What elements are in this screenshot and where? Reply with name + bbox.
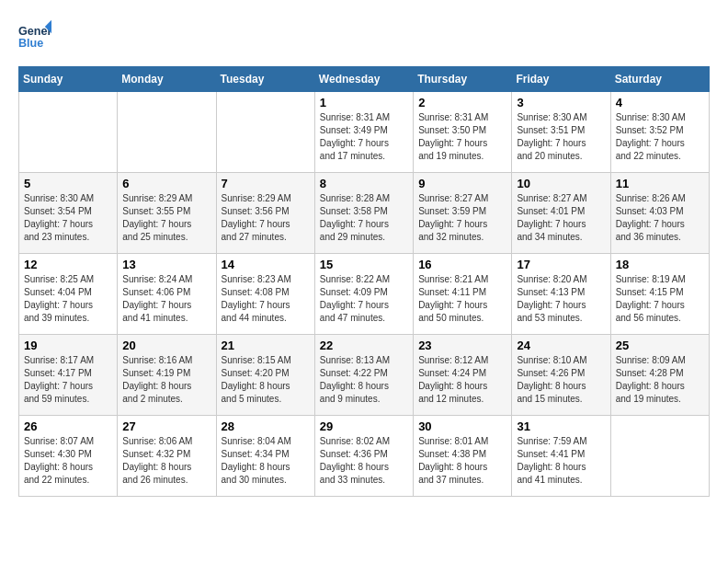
day-number: 5 <box>24 177 112 190</box>
cell-info: and 47 minutes. <box>320 312 408 325</box>
cell-info: and 50 minutes. <box>418 312 506 325</box>
day-number: 23 <box>418 339 506 352</box>
calendar-header-row: SundayMondayTuesdayWednesdayThursdayFrid… <box>19 67 710 92</box>
cell-info: and 41 minutes. <box>122 312 210 325</box>
cell-info: Sunrise: 8:29 AM <box>222 192 310 205</box>
cell-info: and 26 minutes. <box>122 474 210 487</box>
cell-info: Sunset: 4:11 PM <box>418 286 506 299</box>
cell-info: Daylight: 7 hours <box>320 218 408 231</box>
day-number: 21 <box>222 339 310 352</box>
cell-info: Daylight: 7 hours <box>320 299 408 312</box>
cell-info: Daylight: 7 hours <box>222 299 310 312</box>
day-number: 8 <box>320 177 408 190</box>
calendar-cell: 5Sunrise: 8:30 AMSunset: 3:54 PMDaylight… <box>19 173 118 254</box>
calendar-week-5: 26Sunrise: 8:07 AMSunset: 4:30 PMDayligh… <box>19 416 710 497</box>
day-number: 10 <box>517 177 605 190</box>
cell-info: Sunrise: 8:25 AM <box>24 273 112 286</box>
cell-info: Daylight: 7 hours <box>418 299 506 312</box>
cell-info: Sunrise: 8:23 AM <box>222 273 310 286</box>
cell-info: Sunset: 4:17 PM <box>24 367 112 380</box>
calendar-cell: 6Sunrise: 8:29 AMSunset: 3:55 PMDaylight… <box>118 173 216 254</box>
cell-info: and 33 minutes. <box>320 474 408 487</box>
cell-info: Sunrise: 8:09 AM <box>616 354 704 367</box>
cell-info: Sunrise: 8:13 AM <box>320 354 408 367</box>
cell-info: Sunrise: 8:07 AM <box>24 435 112 448</box>
calendar-cell: 20Sunrise: 8:16 AMSunset: 4:19 PMDayligh… <box>118 335 216 416</box>
cell-info: Sunrise: 8:17 AM <box>24 354 112 367</box>
cell-info: Daylight: 7 hours <box>616 299 704 312</box>
cell-info: Sunset: 4:22 PM <box>320 367 408 380</box>
day-number: 12 <box>24 258 112 271</box>
calendar-cell <box>610 416 709 497</box>
calendar-cell: 2Sunrise: 8:31 AMSunset: 3:50 PMDaylight… <box>414 92 512 173</box>
cell-info: Sunrise: 8:26 AM <box>616 192 704 205</box>
calendar-week-2: 5Sunrise: 8:30 AMSunset: 3:54 PMDaylight… <box>19 173 710 254</box>
day-header-saturday: Saturday <box>610 67 709 92</box>
cell-info: Sunset: 4:08 PM <box>222 286 310 299</box>
cell-info: and 15 minutes. <box>517 393 605 406</box>
calendar-cell: 18Sunrise: 8:19 AMSunset: 4:15 PMDayligh… <box>610 254 709 335</box>
cell-info: Sunrise: 8:15 AM <box>222 354 310 367</box>
cell-info: Daylight: 7 hours <box>320 137 408 150</box>
cell-info: Sunset: 3:51 PM <box>517 124 605 137</box>
cell-info: and 19 minutes. <box>418 150 506 163</box>
cell-info: and 5 minutes. <box>222 393 310 406</box>
cell-info: Daylight: 7 hours <box>418 218 506 231</box>
day-number: 20 <box>122 339 210 352</box>
cell-info: Sunrise: 8:28 AM <box>320 192 408 205</box>
calendar-cell: 4Sunrise: 8:30 AMSunset: 3:52 PMDaylight… <box>610 92 709 173</box>
calendar-cell: 19Sunrise: 8:17 AMSunset: 4:17 PMDayligh… <box>19 335 118 416</box>
day-number: 30 <box>418 419 506 433</box>
cell-info: Sunset: 4:32 PM <box>122 448 210 461</box>
day-number: 4 <box>616 96 704 109</box>
calendar-cell: 29Sunrise: 8:02 AMSunset: 4:36 PMDayligh… <box>314 416 413 497</box>
cell-info: Daylight: 8 hours <box>418 380 506 393</box>
cell-info: and 20 minutes. <box>517 150 605 163</box>
cell-info: Daylight: 8 hours <box>320 461 408 474</box>
cell-info: Sunset: 4:30 PM <box>24 448 112 461</box>
calendar-cell: 11Sunrise: 8:26 AMSunset: 4:03 PMDayligh… <box>610 173 709 254</box>
day-number: 14 <box>222 258 310 271</box>
cell-info: Sunset: 4:15 PM <box>616 286 704 299</box>
cell-info: Sunrise: 8:06 AM <box>122 435 210 448</box>
day-number: 19 <box>24 339 112 352</box>
cell-info: Sunset: 3:58 PM <box>320 205 408 218</box>
cell-info: Sunrise: 8:31 AM <box>320 111 408 124</box>
cell-info: Sunset: 3:52 PM <box>616 124 704 137</box>
page-header: General Blue <box>18 18 710 52</box>
cell-info: Daylight: 7 hours <box>616 137 704 150</box>
cell-info: Sunset: 4:38 PM <box>418 448 506 461</box>
cell-info: and 37 minutes. <box>418 474 506 487</box>
cell-info: Sunrise: 8:31 AM <box>418 111 506 124</box>
cell-info: Sunset: 4:04 PM <box>24 286 112 299</box>
calendar-cell: 26Sunrise: 8:07 AMSunset: 4:30 PMDayligh… <box>19 416 118 497</box>
day-header-wednesday: Wednesday <box>314 67 413 92</box>
day-number: 3 <box>517 96 605 109</box>
cell-info: Sunrise: 8:30 AM <box>616 111 704 124</box>
calendar-table: SundayMondayTuesdayWednesdayThursdayFrid… <box>18 66 710 497</box>
cell-info: Daylight: 7 hours <box>122 299 210 312</box>
day-number: 1 <box>320 96 408 109</box>
cell-info: Sunset: 3:50 PM <box>418 124 506 137</box>
cell-info: Daylight: 7 hours <box>517 299 605 312</box>
cell-info: Daylight: 7 hours <box>24 218 112 231</box>
calendar-cell: 8Sunrise: 8:28 AMSunset: 3:58 PMDaylight… <box>314 173 413 254</box>
cell-info: Sunset: 4:28 PM <box>616 367 704 380</box>
cell-info: Sunrise: 8:12 AM <box>418 354 506 367</box>
cell-info: Sunset: 4:01 PM <box>517 205 605 218</box>
cell-info: Sunset: 4:03 PM <box>616 205 704 218</box>
cell-info: Sunrise: 8:24 AM <box>122 273 210 286</box>
cell-info: and 44 minutes. <box>222 312 310 325</box>
cell-info: Sunset: 4:41 PM <box>517 448 605 461</box>
cell-info: and 17 minutes. <box>320 150 408 163</box>
cell-info: Sunrise: 8:19 AM <box>616 273 704 286</box>
calendar-cell: 1Sunrise: 8:31 AMSunset: 3:49 PMDaylight… <box>314 92 413 173</box>
cell-info: and 2 minutes. <box>122 393 210 406</box>
calendar-cell: 25Sunrise: 8:09 AMSunset: 4:28 PMDayligh… <box>610 335 709 416</box>
day-number: 13 <box>122 258 210 271</box>
cell-info: and 59 minutes. <box>24 393 112 406</box>
cell-info: Sunrise: 8:27 AM <box>517 192 605 205</box>
cell-info: Daylight: 7 hours <box>122 218 210 231</box>
calendar-week-1: 1Sunrise: 8:31 AMSunset: 3:49 PMDaylight… <box>19 92 710 173</box>
cell-info: and 56 minutes. <box>616 312 704 325</box>
